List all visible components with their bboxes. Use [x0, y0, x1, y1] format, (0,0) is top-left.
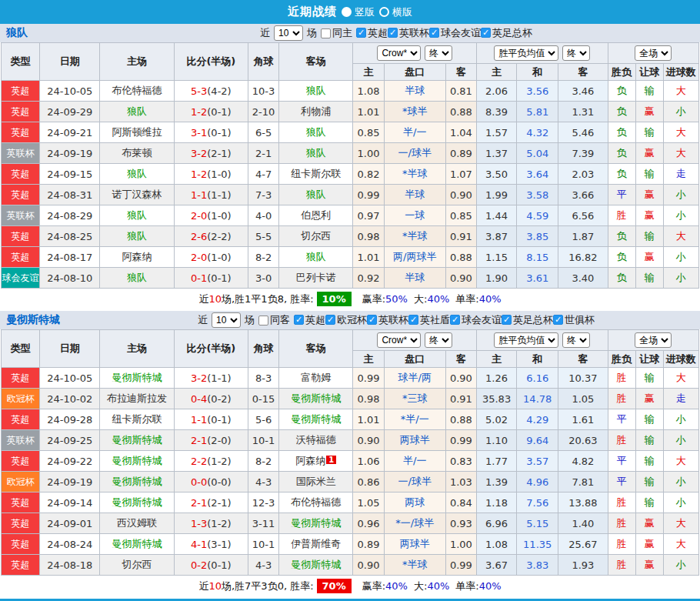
away-odds: 0.93 — [445, 513, 476, 534]
checkbox-unchecked-icon — [258, 316, 268, 326]
handicap-line: 半球 — [384, 268, 445, 289]
league-badge: 英超 — [2, 492, 40, 513]
away-team: 利物浦 — [279, 102, 353, 122]
league-filter[interactable]: 英超 — [356, 26, 388, 40]
league-badge: 英超 — [2, 164, 40, 185]
avg-away-odds: 7.39 — [558, 143, 608, 164]
avg-home-odds: 1.10 — [476, 430, 516, 451]
layout-radio-vertical[interactable]: 竖版 — [342, 5, 375, 19]
home-team: 狼队 — [100, 226, 174, 247]
vertical-layout-label: 竖版 — [355, 5, 375, 19]
handicap-result-cell: 赢 — [635, 247, 663, 268]
home-odds: 0.97 — [353, 205, 384, 226]
checkbox-checked-icon — [553, 315, 563, 325]
match-score: 1-3(1-2) — [174, 513, 248, 534]
layout-radio-horizontal[interactable]: 横版 — [379, 5, 412, 19]
record-summary: 近10场,胜1平1负8, 胜率: 10% 赢率:50%大:40%单率:40% — [0, 289, 700, 309]
same-venue-filter[interactable]: 同客 — [258, 313, 290, 327]
win-rate-badge: 10% — [317, 292, 352, 306]
same-venue-filter[interactable]: 同主 — [321, 26, 352, 40]
match-score: 1-2(1-0) — [174, 164, 248, 185]
stat-value: 40% — [385, 580, 408, 592]
match-row: 英超24-08-17阿森纳2-0(1-0)8-2狼队1.01两/两球半0.881… — [2, 247, 699, 268]
avg-away-odds: 7.81 — [558, 472, 608, 492]
scope-select[interactable]: 全场 — [635, 332, 672, 348]
match-score: 2-0(1-0) — [174, 247, 248, 268]
avg-home-odds: 1.39 — [476, 472, 516, 492]
home-team: 诺丁汉森林 — [100, 185, 174, 205]
result-cell: 胜 — [608, 534, 635, 555]
avg-away-odds: 1.61 — [558, 409, 608, 430]
avg-away-odds: 6.56 — [558, 205, 608, 226]
home-team: 曼彻斯特城 — [100, 492, 174, 513]
team-name: 曼彻斯特城 — [6, 313, 98, 327]
league-badge: 英联杯 — [2, 430, 40, 451]
stat-label: 单率: — [455, 580, 478, 592]
avg-select[interactable]: 胜平负均值 — [494, 45, 558, 61]
match-score: 5-3(4-2) — [174, 81, 248, 102]
handicap-line: 半/一 — [384, 451, 445, 472]
match-row: 英超24-09-29狼队1-2(0-1)2-10利物浦1.01*球半0.888.… — [2, 102, 699, 122]
match-score: 2-1(2-0) — [174, 430, 248, 451]
league-filter[interactable]: 英足总杯 — [481, 26, 532, 40]
final-avg-select[interactable]: 终 — [562, 332, 590, 348]
col-home: 主场 — [100, 330, 174, 368]
handicap-line: 半/一 — [384, 122, 445, 143]
league-filter[interactable]: 英联杯 — [388, 26, 429, 40]
away-odds: 0.88 — [445, 409, 476, 430]
league-badge: 英超 — [2, 555, 40, 576]
match-row: 英联杯24-09-19布莱顿3-2(2-1)2-1狼队1.00一/球半0.891… — [2, 143, 699, 164]
home-odds: 0.92 — [353, 268, 384, 289]
league-filter[interactable]: 球会友谊 — [450, 313, 502, 327]
avg-away-odds: 1.40 — [558, 513, 608, 534]
col-corner: 角球 — [248, 43, 279, 81]
final-odds-select[interactable]: 终 — [425, 332, 452, 348]
avg-home-odds: 6.96 — [476, 513, 516, 534]
bookmaker-select[interactable]: Crow* — [377, 332, 421, 348]
home-team: 阿斯顿维拉 — [100, 122, 174, 143]
match-score: 0-0(0-0) — [174, 472, 248, 492]
league-filter[interactable]: 球会友谊 — [429, 26, 481, 40]
handicap-line: 两/两球半 — [384, 247, 445, 268]
final-avg-select[interactable]: 终 — [562, 45, 590, 61]
handicap-result-cell: 赢 — [635, 534, 663, 555]
match-date: 24-08-31 — [40, 185, 100, 205]
filter-bar: 近 10 场 同主 英超英联杯球会友谊英足总杯 — [98, 25, 694, 41]
handicap-result-cell: 赢 — [635, 513, 663, 534]
summary-stats: 赢率:40%大:40%单率:40% — [356, 579, 502, 593]
bookmaker-select[interactable]: Crow* — [377, 45, 421, 61]
team-sections: 狼队 近 10 场 同主 英超英联杯球会友谊英足总杯 类型 — [0, 24, 700, 596]
avg-away-odds: 2.03 — [558, 164, 608, 185]
away-team: 狼队 — [279, 143, 353, 164]
final-odds-select[interactable]: 终 — [425, 45, 452, 61]
games-count-select[interactable]: 10 — [212, 312, 241, 328]
league-filter[interactable]: 英社盾 — [408, 313, 450, 327]
league-filter[interactable]: 欧冠杯 — [325, 313, 367, 327]
home-odds: 1.01 — [353, 409, 384, 430]
odds-group-header: Crow* 终 — [353, 43, 477, 64]
scope-select[interactable]: 全场 — [635, 45, 672, 61]
result-cell: 平 — [608, 472, 635, 492]
goals-result-cell: 小 — [663, 205, 698, 226]
avg-draw-odds: 9.64 — [517, 430, 558, 451]
away-odds: 1.00 — [445, 534, 476, 555]
col-avg-draw: 和 — [517, 351, 558, 368]
league-filter[interactable]: 英足总杯 — [502, 313, 553, 327]
league-filters: 英超欧冠杯英联杯英社盾球会友谊英足总杯世俱杯 — [294, 313, 595, 328]
games-count-select[interactable]: 10 — [274, 25, 303, 41]
avg-group-header: 胜平负均值 终 — [476, 330, 608, 351]
home-team: 布莱顿 — [100, 143, 174, 164]
avg-select[interactable]: 胜平负均值 — [494, 332, 558, 348]
match-row: 英超24-08-25狼队2-6(2-2)5-5切尔西0.98*半球0.913.8… — [2, 226, 699, 247]
checkbox-checked-icon — [388, 28, 398, 38]
league-filter[interactable]: 英超 — [294, 313, 325, 327]
match-date: 24-08-10 — [40, 268, 100, 289]
avg-away-odds: 1.93 — [558, 555, 608, 576]
league-filter[interactable]: 世俱杯 — [553, 313, 595, 327]
league-badge: 英超 — [2, 513, 40, 534]
checkbox-checked-icon — [367, 315, 377, 325]
goals-result-cell: 小 — [663, 472, 698, 492]
match-date: 24-08-24 — [40, 534, 100, 555]
league-badge: 英超 — [2, 81, 40, 102]
league-filter[interactable]: 英联杯 — [367, 313, 408, 327]
